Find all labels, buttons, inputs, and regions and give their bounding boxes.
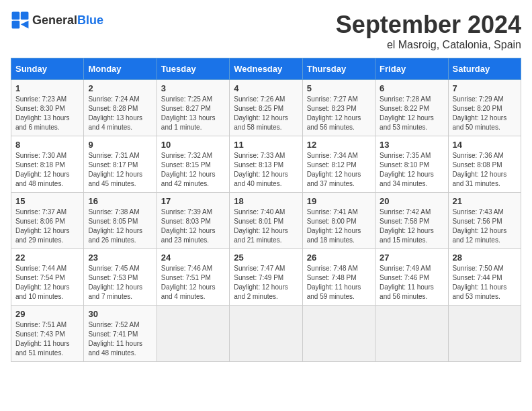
day-number: 28: [453, 253, 517, 263]
day-number: 15: [15, 196, 79, 206]
day-number: 11: [234, 140, 298, 150]
day-info: Sunrise: 7:28 AMSunset: 8:22 PMDaylight:…: [380, 95, 434, 131]
day-number: 5: [307, 83, 371, 93]
logo-text: GeneralBlue: [32, 13, 103, 28]
cell-3-2: 16Sunrise: 7:38 AMSunset: 8:05 PMDayligh…: [84, 193, 157, 249]
cell-1-2: 2Sunrise: 7:24 AMSunset: 8:28 PMDaylight…: [84, 80, 157, 136]
day-info: Sunrise: 7:29 AMSunset: 8:20 PMDaylight:…: [453, 95, 507, 131]
day-number: 30: [88, 309, 152, 319]
day-number: 23: [88, 253, 152, 263]
day-number: 18: [234, 196, 298, 206]
logo-icon: [11, 11, 30, 30]
day-number: 4: [234, 83, 298, 93]
day-number: 6: [380, 83, 443, 93]
cell-3-6: 20Sunrise: 7:42 AMSunset: 7:58 PMDayligh…: [375, 193, 448, 249]
day-info: Sunrise: 7:48 AMSunset: 7:48 PMDaylight:…: [307, 265, 361, 300]
cell-2-5: 12Sunrise: 7:34 AMSunset: 8:12 PMDayligh…: [302, 136, 375, 193]
day-number: 7: [453, 83, 517, 93]
day-info: Sunrise: 7:33 AMSunset: 8:13 PMDaylight:…: [234, 152, 288, 187]
cell-2-4: 11Sunrise: 7:33 AMSunset: 8:13 PMDayligh…: [230, 136, 302, 193]
day-number: 24: [161, 253, 225, 263]
logo-blue: Blue: [77, 13, 103, 27]
day-number: 26: [307, 253, 371, 263]
cell-4-5: 26Sunrise: 7:48 AMSunset: 7:48 PMDayligh…: [302, 249, 375, 306]
day-number: 21: [453, 196, 517, 206]
day-number: 2: [88, 83, 152, 93]
col-thursday: Thursday: [302, 58, 375, 80]
day-number: 12: [307, 140, 371, 150]
day-number: 1: [15, 83, 79, 93]
cell-5-1: 29Sunrise: 7:51 AMSunset: 7:43 PMDayligh…: [11, 306, 84, 362]
cell-3-7: 21Sunrise: 7:43 AMSunset: 7:56 PMDayligh…: [448, 193, 521, 249]
cell-3-4: 18Sunrise: 7:40 AMSunset: 8:01 PMDayligh…: [230, 193, 302, 249]
cell-1-4: 4Sunrise: 7:26 AMSunset: 8:25 PMDaylight…: [230, 80, 302, 136]
day-info: Sunrise: 7:35 AMSunset: 8:10 PMDaylight:…: [380, 152, 434, 187]
day-info: Sunrise: 7:30 AMSunset: 8:18 PMDaylight:…: [15, 152, 70, 187]
day-number: 14: [453, 140, 517, 150]
week-row-5: 29Sunrise: 7:51 AMSunset: 7:43 PMDayligh…: [11, 306, 521, 362]
day-info: Sunrise: 7:36 AMSunset: 8:08 PMDaylight:…: [453, 152, 507, 187]
day-info: Sunrise: 7:41 AMSunset: 8:00 PMDaylight:…: [307, 208, 361, 244]
day-number: 10: [161, 140, 225, 150]
week-row-4: 22Sunrise: 7:44 AMSunset: 7:54 PMDayligh…: [11, 249, 521, 306]
logo-general: General: [32, 13, 77, 27]
cell-4-7: 28Sunrise: 7:50 AMSunset: 7:44 PMDayligh…: [448, 249, 521, 306]
cell-2-6: 13Sunrise: 7:35 AMSunset: 8:10 PMDayligh…: [375, 136, 448, 193]
day-number: 27: [380, 253, 443, 263]
day-info: Sunrise: 7:37 AMSunset: 8:06 PMDaylight:…: [15, 208, 70, 244]
cell-5-4: [230, 306, 302, 362]
calendar-table: Sunday Monday Tuesday Wednesday Thursday…: [11, 58, 521, 362]
cell-2-2: 9Sunrise: 7:31 AMSunset: 8:17 PMDaylight…: [84, 136, 157, 193]
day-info: Sunrise: 7:50 AMSunset: 7:44 PMDaylight:…: [453, 265, 507, 300]
cell-4-1: 22Sunrise: 7:44 AMSunset: 7:54 PMDayligh…: [11, 249, 84, 306]
day-info: Sunrise: 7:34 AMSunset: 8:12 PMDaylight:…: [307, 152, 361, 187]
cell-3-3: 17Sunrise: 7:39 AMSunset: 8:03 PMDayligh…: [157, 193, 229, 249]
cell-1-6: 6Sunrise: 7:28 AMSunset: 8:22 PMDaylight…: [375, 80, 448, 136]
month-title: September 2024: [336, 11, 521, 39]
cell-1-1: 1Sunrise: 7:23 AMSunset: 8:30 PMDaylight…: [11, 80, 84, 136]
col-friday: Friday: [375, 58, 448, 80]
cell-4-6: 27Sunrise: 7:49 AMSunset: 7:46 PMDayligh…: [375, 249, 448, 306]
calendar-body: 1Sunrise: 7:23 AMSunset: 8:30 PMDaylight…: [11, 80, 521, 362]
week-row-1: 1Sunrise: 7:23 AMSunset: 8:30 PMDaylight…: [11, 80, 521, 136]
day-info: Sunrise: 7:52 AMSunset: 7:41 PMDaylight:…: [88, 321, 142, 357]
day-info: Sunrise: 7:27 AMSunset: 8:23 PMDaylight:…: [307, 95, 361, 131]
day-number: 3: [161, 83, 225, 93]
title-area: September 2024 el Masroig, Catalonia, Sp…: [336, 11, 521, 51]
cell-1-5: 5Sunrise: 7:27 AMSunset: 8:23 PMDaylight…: [302, 80, 375, 136]
col-tuesday: Tuesday: [157, 58, 229, 80]
cell-2-1: 8Sunrise: 7:30 AMSunset: 8:18 PMDaylight…: [11, 136, 84, 193]
day-info: Sunrise: 7:25 AMSunset: 8:27 PMDaylight:…: [161, 95, 216, 131]
day-number: 13: [380, 140, 443, 150]
day-number: 25: [234, 253, 298, 263]
svg-rect-2: [12, 21, 20, 29]
logo: GeneralBlue: [11, 11, 103, 30]
day-info: Sunrise: 7:23 AMSunset: 8:30 PMDaylight:…: [15, 95, 70, 131]
day-number: 17: [161, 196, 225, 206]
day-info: Sunrise: 7:40 AMSunset: 8:01 PMDaylight:…: [234, 208, 288, 244]
col-wednesday: Wednesday: [230, 58, 302, 80]
week-row-3: 15Sunrise: 7:37 AMSunset: 8:06 PMDayligh…: [11, 193, 521, 249]
cell-2-3: 10Sunrise: 7:32 AMSunset: 8:15 PMDayligh…: [157, 136, 229, 193]
day-info: Sunrise: 7:26 AMSunset: 8:25 PMDaylight:…: [234, 95, 288, 131]
day-number: 22: [15, 253, 79, 263]
day-info: Sunrise: 7:31 AMSunset: 8:17 PMDaylight:…: [88, 152, 142, 187]
location-title: el Masroig, Catalonia, Spain: [336, 39, 521, 51]
cell-4-2: 23Sunrise: 7:45 AMSunset: 7:53 PMDayligh…: [84, 249, 157, 306]
day-number: 20: [380, 196, 443, 206]
day-number: 19: [307, 196, 371, 206]
day-info: Sunrise: 7:46 AMSunset: 7:51 PMDaylight:…: [161, 265, 216, 300]
cell-4-3: 24Sunrise: 7:46 AMSunset: 7:51 PMDayligh…: [157, 249, 229, 306]
day-number: 16: [88, 196, 152, 206]
cell-5-5: [302, 306, 375, 362]
svg-rect-1: [21, 12, 29, 20]
svg-rect-0: [12, 12, 20, 20]
day-number: 9: [88, 140, 152, 150]
day-info: Sunrise: 7:32 AMSunset: 8:15 PMDaylight:…: [161, 152, 216, 187]
day-info: Sunrise: 7:24 AMSunset: 8:28 PMDaylight:…: [88, 95, 142, 131]
day-info: Sunrise: 7:49 AMSunset: 7:46 PMDaylight:…: [380, 265, 434, 300]
day-number: 29: [15, 309, 79, 319]
day-info: Sunrise: 7:44 AMSunset: 7:54 PMDaylight:…: [15, 265, 70, 300]
page-header: GeneralBlue September 2024 el Masroig, C…: [11, 11, 521, 51]
day-info: Sunrise: 7:39 AMSunset: 8:03 PMDaylight:…: [161, 208, 216, 244]
